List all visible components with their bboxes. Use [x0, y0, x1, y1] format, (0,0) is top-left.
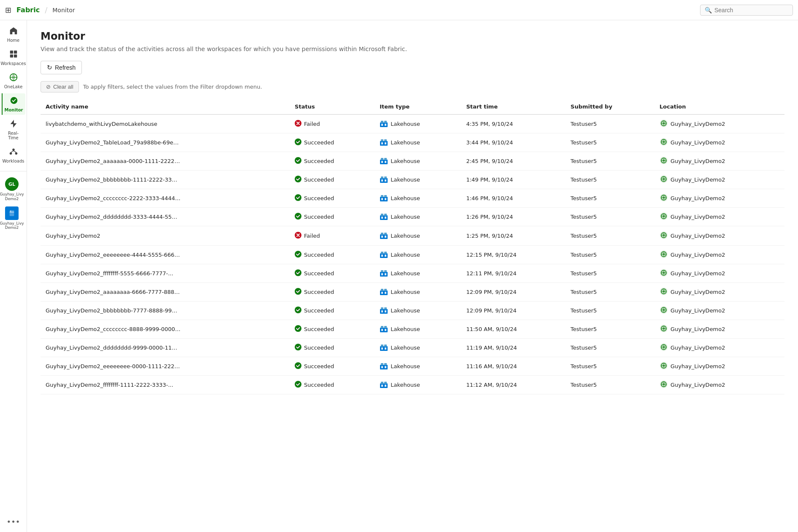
onelake-icon — [9, 73, 18, 83]
svg-rect-48 — [381, 195, 383, 197]
sidebar-item-workloads[interactable]: Workloads — [2, 144, 25, 166]
status-cell: Succeeded — [290, 208, 375, 226]
sidebar-item-onelake-label: OneLake — [4, 84, 23, 89]
success-icon — [295, 325, 301, 334]
svg-rect-40 — [384, 176, 387, 179]
refresh-button[interactable]: ↻ Refresh — [41, 61, 82, 74]
activity-name-cell: Guyhay_LivyDemo2_ffffffff-1111-2222-3333… — [41, 376, 290, 394]
location-text: Guyhay_LivyDemo2 — [670, 214, 725, 220]
status-text: Succeeded — [304, 289, 334, 295]
svg-rect-51 — [385, 198, 386, 200]
sidebar-item-onelake[interactable]: OneLake — [2, 70, 25, 92]
brand-label: Fabric — [16, 6, 40, 14]
activity-name[interactable]: Guyhay_LivyDemo2_cccccccc-8888-9999-0000… — [46, 326, 181, 332]
item-type-cell: Lakehouse — [375, 283, 461, 301]
success-icon — [295, 362, 301, 371]
location-cell: Guyhay_LivyDemo2 — [654, 283, 784, 301]
activity-name[interactable]: Guyhay_LivyDemo2_ffffffff-5555-6666-7777… — [46, 270, 173, 277]
filter-icon: ⊘ — [46, 84, 51, 90]
activity-name[interactable]: livybatchdemo_withLivyDemoLakehouse — [46, 121, 157, 127]
location-icon — [660, 343, 668, 353]
location-text: Guyhay_LivyDemo2 — [670, 289, 725, 295]
sidebar-item-workloads-label: Workloads — [3, 159, 24, 163]
svg-rect-50 — [381, 198, 383, 200]
svg-rect-21 — [381, 139, 383, 141]
item-type-text: Lakehouse — [391, 176, 420, 183]
activity-name[interactable]: Guyhay_LivyDemo2_dddddddd-9999-0000-1111… — [46, 345, 181, 351]
activity-name[interactable]: Guyhay_LivyDemo2_TableLoad_79a988be-69e6… — [46, 139, 181, 146]
success-icon — [295, 269, 301, 278]
sidebar-item-monitor[interactable]: Monitor — [2, 93, 25, 115]
breadcrumb-separator: / — [45, 5, 47, 14]
activity-name-cell: Guyhay_LivyDemo2_TableLoad_79a988be-69e6… — [41, 133, 290, 152]
sidebar-item-workspaces[interactable]: Workspaces — [2, 47, 25, 68]
sidebar-item-more[interactable]: ••• — [2, 515, 25, 529]
activity-name[interactable]: Guyhay_LivyDemo2_eeeeeeee-0000-1111-2222… — [46, 363, 181, 369]
more-actions-button[interactable]: ••• — [117, 231, 127, 241]
svg-rect-102 — [381, 307, 383, 309]
info-button[interactable]: ⓘ — [104, 231, 114, 241]
svg-rect-75 — [381, 252, 383, 254]
success-icon — [295, 176, 301, 184]
activity-name[interactable]: Guyhay_LivyDemo2_ffffffff-1111-2222-3333… — [46, 382, 173, 388]
search-box[interactable]: 🔍 — [700, 5, 793, 16]
lakehouse-icon — [380, 306, 388, 315]
clear-all-button[interactable]: ⊘ Clear all — [41, 81, 79, 92]
activity-name[interactable]: Guyhay_LivyDemo2_cccccccc-2222-3333-4444… — [46, 195, 181, 201]
activity-name-cell: Guyhay_LivyDemo2_dddddddd-3333-4444-5555… — [41, 208, 290, 226]
activity-name[interactable]: Guyhay_LivyDemo2_aaaaaaaa-6666-7777-8888… — [46, 289, 181, 295]
activity-name[interactable]: Guyhay_LivyDemo2_dddddddd-3333-4444-5555… — [46, 214, 181, 220]
more-icon: ••• — [7, 517, 20, 526]
sidebar-item-guyhay-livy-demo2-file[interactable]: Guyhay_Livy Demo2 — [0, 204, 24, 233]
submitted-by-cell: Testuser5 — [565, 171, 654, 189]
sidebar: Home Workspaces OneLake — [0, 20, 27, 532]
status-cell: Succeeded — [290, 171, 375, 189]
workspaces-icon — [9, 49, 18, 60]
activity-name[interactable]: Guyhay_LivyDemo2 — [46, 233, 100, 239]
activity-name[interactable]: Guyhay_LivyDemo2_aaaaaaa-0000-1111-2222-… — [46, 158, 181, 164]
page-label: Monitor — [52, 7, 75, 14]
table-row: Guyhay_LivyDemo2_aaaaaaa-0000-1111-2222-… — [41, 152, 784, 171]
location-cell: Guyhay_LivyDemo2 — [654, 339, 784, 357]
svg-point-99 — [663, 291, 664, 292]
lakehouse-icon — [380, 343, 388, 353]
activity-name[interactable]: Guyhay_LivyDemo2_eeeeeeee-4444-5555-6666… — [46, 252, 181, 258]
activity-name-cell: Guyhay_LivyDemo2_eeeeeeee-4444-5555-6666… — [41, 246, 290, 264]
grid-icon[interactable]: ⊞ — [5, 5, 11, 14]
location-cell: Guyhay_LivyDemo2 — [654, 357, 784, 376]
sidebar-item-guyhay-livy-demo2-workspace[interactable]: GL Guyhay_Livy Demo2 — [0, 175, 24, 204]
svg-point-6 — [12, 149, 15, 151]
start-time-cell: 12:15 PM, 9/10/24 — [461, 246, 565, 264]
location-text: Guyhay_LivyDemo2 — [670, 382, 725, 388]
failed-icon — [295, 232, 301, 240]
svg-rect-41 — [381, 179, 383, 182]
svg-rect-112 — [384, 326, 387, 328]
svg-rect-14 — [381, 124, 383, 126]
item-type-text: Lakehouse — [391, 326, 420, 332]
start-time-cell: 12:09 PM, 9/10/24 — [461, 283, 565, 301]
search-input[interactable] — [714, 7, 788, 14]
activity-name[interactable]: Guyhay_LivyDemo2_bbbbbbbb-7777-8888-9999… — [46, 307, 181, 314]
activity-name[interactable]: Guyhay_LivyDemo2_bbbbbbbb-1111-2222-3333… — [46, 176, 181, 183]
table-row: Guyhay_LivyDemo2_ffffffff-5555-6666-7777… — [41, 264, 784, 283]
location-cell: Guyhay_LivyDemo2 — [654, 189, 784, 208]
success-icon — [295, 288, 301, 296]
svg-rect-60 — [385, 217, 386, 219]
svg-rect-23 — [381, 142, 383, 144]
svg-rect-56 — [380, 215, 388, 220]
svg-rect-123 — [385, 347, 386, 350]
status-cell: Succeeded — [290, 283, 375, 301]
item-type-text: Lakehouse — [391, 252, 420, 258]
status-text: Succeeded — [304, 176, 334, 183]
svg-rect-0 — [10, 51, 13, 54]
sidebar-item-home[interactable]: Home — [2, 24, 25, 45]
sidebar-item-realtime[interactable]: Real-Time — [2, 117, 25, 143]
svg-rect-68 — [381, 236, 383, 238]
status-cell: Succeeded — [290, 357, 375, 376]
location-cell: Guyhay_LivyDemo2 — [654, 133, 784, 152]
main-content: Monitor View and track the status of the… — [27, 20, 798, 532]
svg-point-135 — [663, 365, 664, 366]
svg-point-45 — [663, 179, 664, 180]
activity-name-cell: Guyhay_LivyDemo2_cccccccc-8888-9999-0000… — [41, 320, 290, 339]
submitted-by-cell: Testuser5 — [565, 246, 654, 264]
